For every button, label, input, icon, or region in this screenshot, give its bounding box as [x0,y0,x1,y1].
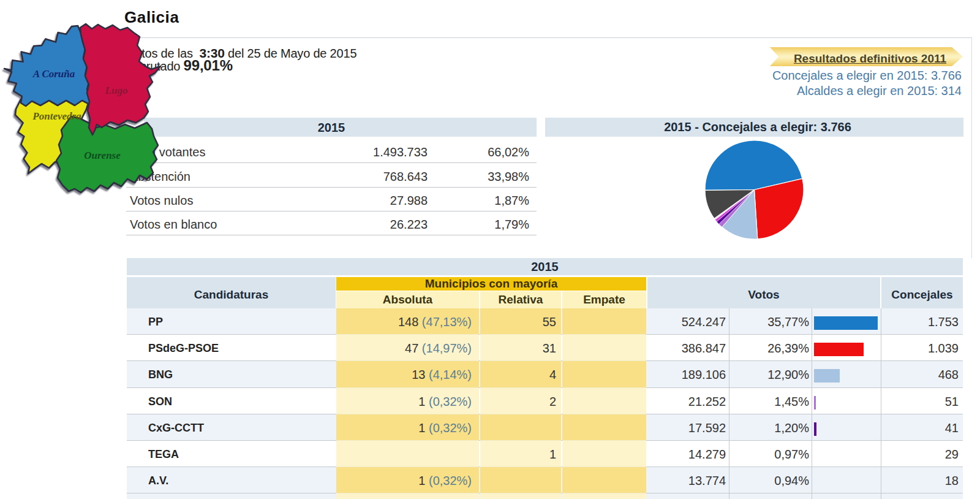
svg-text:Ourense: Ourense [84,150,121,161]
svg-text:Lugo: Lugo [105,85,128,96]
svg-text:Pontevedra: Pontevedra [32,110,81,122]
svg-text:A Coruña: A Coruña [32,68,75,80]
